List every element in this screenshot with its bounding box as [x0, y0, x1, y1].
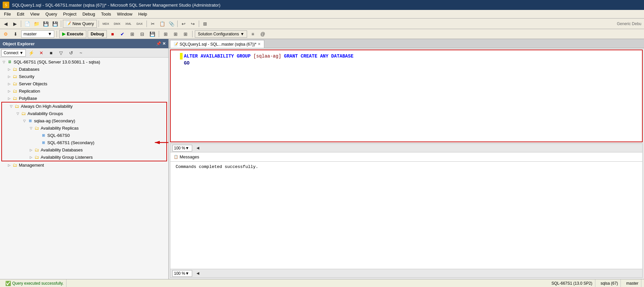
- status-success-icon: ✅: [5, 281, 11, 286]
- availability-groups-folder-icon: 🗂: [21, 111, 26, 116]
- oe-filter-icon[interactable]: ▽: [57, 49, 65, 57]
- server-objects-folder-icon: 🗂: [12, 81, 18, 86]
- save-results-button[interactable]: 💾: [148, 30, 156, 38]
- sqlaa-ag-node[interactable]: ▽ ⊞ sqlaa-ag (Secondary): [2, 117, 166, 124]
- dmx-button[interactable]: DMX: [112, 20, 122, 28]
- scroll-left-btn[interactable]: ◀: [193, 144, 202, 152]
- debug-arrow-icon[interactable]: ⬇: [11, 30, 20, 38]
- replication-node[interactable]: ▷ 🗂 Replication: [0, 87, 168, 95]
- scroll-left-btn2[interactable]: ◀: [193, 269, 202, 277]
- polybase-node[interactable]: ▷ 🗂 PolyBase: [0, 95, 168, 102]
- management-node[interactable]: ▷ 🗂 Management: [0, 161, 168, 169]
- messages-label: Messages: [180, 154, 199, 159]
- security-expand-icon[interactable]: ▷: [7, 74, 12, 79]
- grid-button1[interactable]: ⊞: [128, 30, 137, 38]
- layout-btn2[interactable]: ⊞: [171, 30, 180, 38]
- stop-button[interactable]: ■: [108, 30, 117, 38]
- layout-btn3[interactable]: ⊞: [181, 30, 190, 38]
- menu-file[interactable]: File: [1, 11, 14, 17]
- server-expand-icon[interactable]: ▽: [1, 59, 7, 64]
- availability-groups-node[interactable]: ▽ 🗂 Availability Groups: [2, 110, 166, 117]
- sqlaa-ag-expand-icon[interactable]: ▽: [22, 118, 27, 123]
- generic-debug-label: Generic Debu: [617, 21, 641, 26]
- zoom-select-top[interactable]: 100 % ▼: [172, 145, 192, 151]
- availability-databases-expand-icon[interactable]: ▷: [28, 147, 34, 152]
- tab-close-icon[interactable]: ✕: [258, 42, 261, 46]
- query-tool-icon[interactable]: ⚙: [1, 30, 10, 38]
- availability-listeners-folder-icon: 🗂: [34, 154, 40, 160]
- database-dropdown[interactable]: master ▼: [21, 30, 54, 38]
- open-file-button[interactable]: 📁: [32, 20, 41, 28]
- always-on-node[interactable]: ▽ 🗂 Always On High Availability: [2, 102, 166, 110]
- availability-groups-expand-icon[interactable]: ▽: [15, 111, 21, 116]
- undo-button[interactable]: ↩: [179, 20, 188, 28]
- debug-button[interactable]: Debug: [88, 30, 107, 38]
- redo-button[interactable]: ↪: [189, 20, 197, 28]
- databases-expand-icon[interactable]: ▷: [7, 66, 12, 72]
- availability-databases-node[interactable]: ▷ 🗂 Availability Databases: [2, 146, 166, 153]
- databases-folder-icon: 🗂: [12, 66, 18, 72]
- query-editor[interactable]: ALTER AVAILABILITY GROUP [sqlaa-ag] GRAN…: [170, 50, 643, 142]
- solution-configurations-button[interactable]: Solution Configurations ▼: [195, 30, 247, 38]
- paste-button[interactable]: 📎: [167, 20, 176, 28]
- availability-replicas-node[interactable]: ▽ 🗂 Availability Replicas: [2, 124, 166, 132]
- check-button[interactable]: ✔: [118, 30, 127, 38]
- oe-close-icon[interactable]: ✕: [162, 41, 166, 46]
- properties-button[interactable]: ≡: [248, 30, 257, 38]
- menu-tools[interactable]: Tools: [99, 11, 114, 17]
- pin-icon[interactable]: 📌: [156, 41, 161, 46]
- sqlaa-ag-label: sqlaa-ag (Secondary): [34, 118, 75, 123]
- menu-debug[interactable]: Debug: [80, 11, 98, 17]
- security-node[interactable]: ▷ 🗂 Security: [0, 73, 168, 80]
- at-button[interactable]: @: [258, 30, 267, 38]
- always-on-expand-icon[interactable]: ▽: [9, 103, 14, 109]
- zoom-select-bottom[interactable]: 100 % ▼: [172, 270, 192, 277]
- menu-window[interactable]: Window: [114, 11, 135, 17]
- server-node[interactable]: ▽ 🖥 SQL-667S1 (SQL Server 13.0.5081.1 - …: [0, 58, 168, 65]
- dax-button[interactable]: DAX: [134, 20, 145, 28]
- messages-content: Commands completed successfully.: [170, 162, 642, 269]
- server-objects-expand-icon[interactable]: ▷: [7, 81, 12, 86]
- grid-button2[interactable]: ⊟: [138, 30, 147, 38]
- replication-expand-icon[interactable]: ▷: [7, 88, 12, 94]
- forward-button[interactable]: ▶: [11, 20, 19, 28]
- back-button[interactable]: ◀: [1, 20, 10, 28]
- connect-button[interactable]: Connect ▼: [1, 49, 26, 57]
- oe-summary-icon[interactable]: ~: [77, 49, 85, 57]
- databases-node[interactable]: ▷ 🗂 Databases: [0, 65, 168, 73]
- menu-help[interactable]: Help: [136, 11, 150, 17]
- management-expand-icon[interactable]: ▷: [7, 162, 12, 168]
- new-file-button[interactable]: 📄: [23, 20, 31, 28]
- layout-btn1[interactable]: ⊞: [161, 30, 170, 38]
- new-query-button[interactable]: 📝 New Query: [63, 20, 97, 28]
- availability-listeners-expand-icon[interactable]: ▷: [28, 154, 34, 160]
- line-indicator-1: [180, 53, 183, 60]
- execute-button[interactable]: ▶ Execute: [59, 30, 86, 38]
- query-tab[interactable]: 📝 SQLQuery1.sql - SQL...master (sqlsa (6…: [170, 40, 264, 48]
- replica-s1-node[interactable]: ⊞ SQL-667S1 (Secondary): [2, 139, 166, 146]
- menu-view[interactable]: View: [27, 11, 42, 17]
- separator1: [21, 20, 21, 27]
- menu-project[interactable]: Project: [61, 11, 79, 17]
- menu-query[interactable]: Query: [43, 11, 60, 17]
- mdx-button[interactable]: MDX: [101, 20, 111, 28]
- new-query-label: New Query: [72, 21, 94, 26]
- line-indicator-2: [180, 60, 183, 66]
- oe-plugin-icon[interactable]: ⚡: [27, 49, 36, 57]
- polybase-expand-icon[interactable]: ▷: [7, 96, 12, 101]
- server-objects-node[interactable]: ▷ 🗂 Server Objects: [0, 80, 168, 87]
- oe-refresh-icon[interactable]: ↺: [67, 49, 75, 57]
- availability-listeners-node[interactable]: ▷ 🗂 Availability Group Listeners: [2, 153, 166, 161]
- messages-tab[interactable]: 📋 Messages: [170, 152, 642, 162]
- save-button[interactable]: 💾: [41, 20, 50, 28]
- layout-button[interactable]: ⊞: [201, 20, 209, 28]
- oe-disconnect-icon[interactable]: ✕: [37, 49, 46, 57]
- oe-stop-icon[interactable]: ■: [47, 49, 56, 57]
- save-all-button[interactable]: 💾: [51, 20, 59, 28]
- cut-button[interactable]: ✂: [149, 20, 157, 28]
- xml-button[interactable]: XML: [123, 20, 134, 28]
- menu-edit[interactable]: Edit: [14, 11, 27, 17]
- copy-button[interactable]: 📋: [158, 20, 166, 28]
- replica-s0-node[interactable]: ⊞ SQL-667S0: [2, 132, 166, 139]
- availability-replicas-expand-icon[interactable]: ▽: [28, 125, 34, 131]
